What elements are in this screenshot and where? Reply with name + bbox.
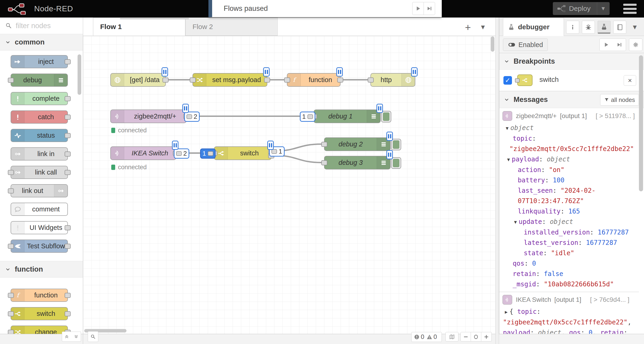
node-port-in[interactable] xyxy=(8,188,14,193)
palette-node-switch[interactable]: switch xyxy=(10,307,68,320)
node-port-in[interactable] xyxy=(8,330,14,334)
pause-badge-icon[interactable] xyxy=(376,104,383,113)
node-port-in[interactable] xyxy=(321,160,327,165)
messages-section-header[interactable]: Messages all nodes xyxy=(499,91,644,108)
debug-message-id[interactable]: [ > 76c9d4... ] xyxy=(590,296,629,303)
flow-node-ikea-switch[interactable]: IKEA Switch2connected xyxy=(110,146,176,160)
node-port-out[interactable] xyxy=(65,225,71,230)
step-message-button[interactable] xyxy=(424,2,435,15)
tab-debugger-flask-button[interactable] xyxy=(598,21,610,34)
palette-category-common[interactable]: common xyxy=(0,34,83,50)
breakpoint-checkbox[interactable]: ✓ xyxy=(504,76,512,85)
debugger-play-button[interactable] xyxy=(600,38,613,51)
palette-node-debug[interactable]: debug xyxy=(10,74,68,87)
flow-node-zigbee2mqtt[interactable]: zigbee2mqtt/+2connected xyxy=(110,110,186,123)
tab-debug-messages-button[interactable] xyxy=(582,21,595,34)
breakpoints-section-header[interactable]: Breakpoints xyxy=(499,53,644,70)
palette-node-link-in[interactable]: link in xyxy=(10,147,68,161)
pause-badge-icon[interactable] xyxy=(386,150,393,159)
message-filter-button[interactable]: all nodes xyxy=(600,94,639,106)
flow-node-debug-3[interactable]: debug 3 xyxy=(324,156,390,170)
palette-node-complete[interactable]: complete xyxy=(10,92,68,105)
node-port-out[interactable] xyxy=(65,133,71,138)
node-port-out[interactable] xyxy=(337,77,343,83)
deploy-button[interactable]: Deploy ▼ xyxy=(553,2,610,15)
debug-enable-toggle[interactable] xyxy=(391,157,401,169)
node-port-in[interactable] xyxy=(284,77,290,83)
node-port-out[interactable] xyxy=(65,293,71,298)
palette-node-catch[interactable]: catch xyxy=(10,110,68,124)
pause-badge-icon[interactable] xyxy=(267,141,274,150)
palette-node-test-subflow[interactable]: Test Subflow xyxy=(10,240,68,253)
node-port-in[interactable] xyxy=(321,142,327,147)
flow-node-switch[interactable]: switch11 xyxy=(214,146,272,160)
node-port-out[interactable] xyxy=(65,311,71,316)
pause-badge-icon[interactable] xyxy=(182,104,189,113)
node-port-out[interactable] xyxy=(65,170,71,175)
tab-flow-2[interactable]: Flow 2 xyxy=(185,17,278,36)
node-port-in[interactable] xyxy=(8,78,14,83)
flow-canvas[interactable]: [get] /dataset msg.payloadffunctionhttpz… xyxy=(83,36,495,334)
node-port-out[interactable] xyxy=(264,77,270,83)
node-port-in[interactable] xyxy=(8,244,14,249)
palette-node-ui-widgets[interactable]: UI Widgets xyxy=(10,221,68,234)
flow-node-set-msg-payload[interactable]: set msg.payload xyxy=(192,73,267,87)
flow-node-debug-2[interactable]: debug 2 xyxy=(324,137,390,151)
pause-badge-icon[interactable] xyxy=(263,67,270,77)
expand-caret-icon[interactable]: ▸ xyxy=(505,309,508,315)
pause-badge-icon[interactable] xyxy=(336,67,343,77)
notices-counter[interactable]: 0 0 xyxy=(411,332,442,342)
sidebar-scrollbar[interactable] xyxy=(639,55,643,191)
expand-caret-icon[interactable]: ▾ xyxy=(507,156,510,163)
flow-node-get-data[interactable]: [get] /data xyxy=(110,73,166,87)
tab-debugger[interactable]: debugger xyxy=(503,18,564,36)
node-port-out[interactable] xyxy=(65,152,71,157)
node-port-out[interactable] xyxy=(65,244,71,249)
node-port-in[interactable] xyxy=(368,77,374,83)
collapse-categories-button[interactable] xyxy=(62,332,72,342)
tab-scrollbar[interactable] xyxy=(120,17,189,19)
debugger-step-button[interactable] xyxy=(612,38,626,51)
node-port-out[interactable] xyxy=(65,115,71,120)
main-menu-button[interactable] xyxy=(623,4,636,14)
tab-flow-1[interactable]: Flow 1 xyxy=(93,17,185,36)
node-port-in[interactable] xyxy=(8,293,14,298)
pause-badge-icon[interactable] xyxy=(162,67,168,77)
flow-node-http[interactable]: http xyxy=(370,73,415,87)
expand-caret-icon[interactable]: ▾ xyxy=(506,125,508,131)
flow-node-function[interactable]: ffunction xyxy=(287,73,340,87)
search-flows-button[interactable] xyxy=(88,331,98,342)
sidebar-tabs-caret-icon[interactable]: ▼ xyxy=(632,23,638,31)
debug-enable-toggle[interactable] xyxy=(391,139,401,150)
palette-scrollbar[interactable] xyxy=(78,54,81,95)
resume-flows-button[interactable] xyxy=(412,2,424,15)
pause-badge-icon[interactable] xyxy=(172,141,178,150)
expand-caret-icon[interactable]: ▾ xyxy=(514,219,517,225)
add-flow-button[interactable]: + xyxy=(465,22,471,33)
node-port-in[interactable] xyxy=(8,311,14,316)
node-port-out[interactable] xyxy=(65,59,71,64)
output-message-count-badge[interactable]: 2 xyxy=(184,112,200,122)
canvas-vscrollbar[interactable] xyxy=(491,36,494,52)
deploy-options-caret-icon[interactable]: ▼ xyxy=(597,2,610,15)
palette-node-link-out[interactable]: link out xyxy=(10,184,68,197)
debug-enable-toggle[interactable] xyxy=(381,111,391,122)
node-port-out[interactable] xyxy=(162,77,168,83)
palette-node-comment[interactable]: comment xyxy=(10,203,68,216)
input-message-count-badge[interactable]: 1 xyxy=(200,149,216,159)
node-port-out[interactable] xyxy=(65,96,71,101)
palette-node-inject[interactable]: inject xyxy=(10,55,68,68)
tab-info-button[interactable] xyxy=(566,21,579,34)
filter-nodes-input[interactable] xyxy=(15,20,78,31)
pause-badge-icon[interactable] xyxy=(386,132,393,141)
input-message-count-badge[interactable]: 1 xyxy=(300,112,315,122)
palette-node-function[interactable]: ffunction xyxy=(10,289,68,302)
breakpoint-delete-button[interactable]: × xyxy=(624,75,636,86)
zoom-reset-button[interactable] xyxy=(471,332,481,342)
node-port-in[interactable] xyxy=(8,170,14,175)
pause-badge-icon[interactable] xyxy=(411,67,418,77)
zoom-out-button[interactable] xyxy=(460,332,471,342)
node-port-in[interactable] xyxy=(190,77,196,83)
palette-node-change[interactable]: change xyxy=(10,326,68,334)
zoom-in-button[interactable] xyxy=(481,332,492,342)
